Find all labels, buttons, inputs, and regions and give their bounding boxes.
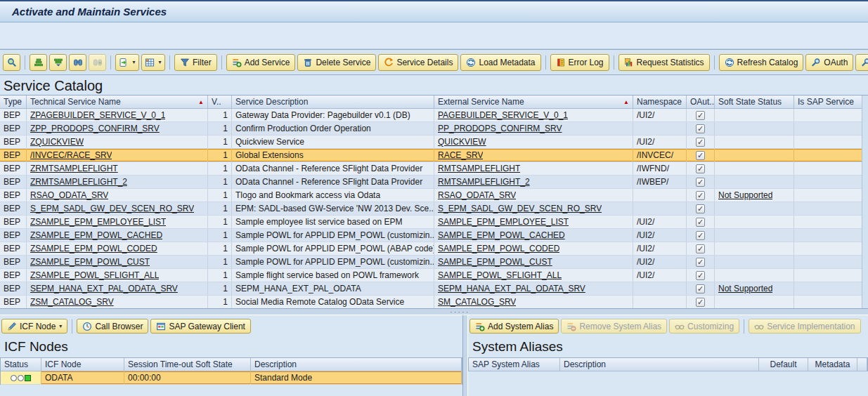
technical-service-name-link[interactable]: SEPM_HANA_EXT_PAL_ODATA_SRV [30, 284, 178, 293]
icf-column-header-session-time-out-soft-state[interactable]: Session Time-out Soft State [124, 358, 251, 371]
external-service-name-link[interactable]: SAMPLE_EPM_EMPLOYEE_LIST [438, 217, 569, 227]
external-service-name-link[interactable]: SM_CATALOG_SRV [438, 297, 516, 307]
oauth-checkbox[interactable]: ✓ [696, 164, 705, 173]
alias-column-header-description[interactable]: Description [560, 358, 759, 371]
display-magnifier-button[interactable] [3, 54, 20, 71]
table-row[interactable]: BEP/INVCEC/RACE_SRV1Global ExtensionsRAC… [0, 149, 868, 162]
table-row[interactable]: BEPZPAGEBUILDER_SERVICE_V_0_11Gateway Da… [0, 109, 868, 122]
alias-column-header-metadata[interactable]: Metadata [808, 358, 857, 371]
external-service-name-link[interactable]: PP_PRODOPS_CONFIRM_SRV [438, 124, 562, 133]
error-log-button[interactable]: Error Log [550, 54, 609, 71]
technical-service-name-link[interactable]: ZSAMPLE_EPM_POWL_CUST [30, 257, 150, 267]
technical-service-name-link[interactable]: ZSAMPLE_EPM_EMPLOYEE_LIST [30, 217, 166, 227]
column-header-v-[interactable]: V.. [208, 95, 232, 108]
technical-service-name-link[interactable]: ZPP_PRODOPS_CONFIRM_SRV [30, 124, 160, 133]
technical-service-name-link[interactable]: ZRMTSAMPLEFLIGHT_2 [30, 177, 127, 187]
request-statistics-button[interactable]: Request Statistics [618, 54, 710, 71]
external-service-name-link[interactable]: SEPM_HANA_EXT_PAL_ODATA_SRV [438, 284, 585, 293]
oauth-checkbox[interactable]: ✓ [696, 271, 705, 280]
table-row[interactable]: BEPRSAO_ODATA_SRV1Tlogo and Bookmark acc… [0, 189, 868, 202]
oauth-checkbox[interactable]: ✓ [696, 151, 705, 160]
technical-service-name-link[interactable]: ZSM_CATALOG_SRV [30, 297, 114, 307]
external-service-name-link[interactable]: RMTSAMPLEFLIGHT [438, 164, 520, 173]
technical-service-name-link[interactable]: ZQUICKVIEW [30, 137, 84, 147]
column-header-service-description[interactable]: Service Description [232, 95, 434, 108]
icf-column-header-status[interactable]: Status [1, 358, 41, 371]
table-row[interactable]: BEPZRMTSAMPLEFLIGHT_21OData Channel - Re… [0, 176, 868, 189]
vertical-splitter[interactable] [462, 315, 468, 396]
vertical-scrollbar[interactable] [862, 95, 868, 308]
column-header-external-service-name[interactable]: External Service Name▲ [434, 95, 633, 108]
table-row[interactable]: BEPZSM_CATALOG_SRV1Social Media Remote C… [0, 296, 868, 309]
technical-service-name-link[interactable]: ZSAMPLE_EPM_POWL_CACHED [30, 230, 162, 240]
filter-button[interactable]: Filter [174, 54, 217, 71]
external-service-name-link[interactable]: SAMPLE_EPM_POWL_CUST [438, 257, 552, 267]
oauth-checkbox[interactable]: ✓ [696, 284, 705, 293]
oauth-checkbox[interactable]: ✓ [696, 178, 705, 187]
external-service-name-link[interactable]: PAGEBUILDER_SERVICE_V_0_1 [438, 110, 568, 120]
refresh-catalog-button[interactable]: Refresh Catalog [719, 54, 804, 71]
technical-service-name-link[interactable]: ZSAMPLE_EPM_POWL_CODED [30, 244, 157, 253]
technical-service-name-link[interactable]: S_EPM_SADL_GW_DEV_SCEN_RO_SRV [30, 204, 194, 213]
table-row[interactable]: BEPZSAMPLE_POWL_SFLIGHT_ALL1Sample fligh… [0, 269, 868, 282]
icf-node-button[interactable]: ICF Node ▾ [1, 319, 67, 334]
customizing-button[interactable]: Customizing [669, 319, 739, 334]
oauth-checkbox[interactable]: ✓ [696, 218, 705, 227]
sap-gateway-client-button[interactable]: SAP Gateway Client [150, 319, 251, 334]
column-header-type[interactable]: Type [0, 95, 27, 108]
column-header-namespace[interactable]: Namespace [633, 95, 687, 108]
external-service-name-link[interactable]: RACE_SRV [438, 150, 483, 160]
export-button[interactable]: ▾ [115, 54, 139, 71]
icf-column-header-icf-node[interactable]: ICF Node [41, 358, 124, 371]
add-system-alias-button[interactable]: Add System Alias [469, 319, 559, 334]
external-service-name-link[interactable]: S_EPM_SADL_GW_DEV_SCEN_RO_SRV [438, 204, 602, 213]
service-details-button[interactable]: Service Details [378, 54, 458, 71]
oauth-checkbox[interactable]: ✓ [696, 124, 705, 133]
technical-service-name-link[interactable]: /INVCEC/RACE_SRV [30, 150, 112, 160]
call-browser-button[interactable]: Call Browser [77, 319, 148, 334]
table-row[interactable]: BEPZQUICKVIEW1Quickview ServiceQUICKVIEW… [0, 136, 868, 149]
table-row[interactable]: BEPS_EPM_SADL_GW_DEV_SCEN_RO_SRV1EPM: SA… [0, 202, 868, 216]
oauth-checkbox[interactable]: ✓ [696, 191, 705, 200]
find-next-button[interactable] [89, 54, 106, 71]
oauth-checkbox[interactable]: ✓ [696, 231, 705, 240]
external-service-name-link[interactable]: SAMPLE_POWL_SFLIGHT_ALL [438, 270, 562, 280]
remove-system-alias-button[interactable]: Remove System Alias [561, 319, 667, 334]
add-service-button[interactable]: Add Service [226, 54, 296, 71]
icf-column-header-description[interactable]: Description [251, 358, 462, 371]
soft-state-status-link[interactable]: Not Supported [718, 284, 772, 293]
service-implementation-button[interactable]: Service Implementation [749, 319, 860, 334]
external-service-name-link[interactable]: SAMPLE_EPM_POWL_CACHED [438, 230, 565, 240]
sort-ascending-button[interactable] [30, 54, 47, 71]
oauth-checkbox[interactable]: ✓ [696, 138, 705, 147]
horizontal-splitter[interactable]: ····· [0, 308, 868, 315]
external-service-name-link[interactable]: RSAO_ODATA_SRV [438, 190, 516, 200]
oauth-checkbox[interactable]: ✓ [696, 258, 705, 267]
table-row[interactable]: BEPZSAMPLE_EPM_EMPLOYEE_LIST1Sample empl… [0, 216, 868, 229]
external-service-name-link[interactable]: QUICKVIEW [438, 137, 486, 147]
find-button[interactable] [69, 54, 86, 71]
oauth-button[interactable]: OAuth [805, 54, 853, 71]
choose-layout-button[interactable]: ▾ [141, 54, 165, 71]
table-row[interactable]: BEPZSAMPLE_EPM_POWL_CACHED1Sample POWL f… [0, 229, 868, 242]
table-row[interactable]: BEPZRMTSAMPLEFLIGHT1OData Channel - Refe… [0, 162, 868, 176]
column-header-is-sap-service[interactable]: Is SAP Service [794, 95, 868, 108]
column-header-technical-service-name[interactable]: Technical Service Name▲ [27, 95, 208, 108]
column-header-soft-state-status[interactable]: Soft State Status [715, 95, 794, 108]
table-row[interactable]: BEPZSAMPLE_EPM_POWL_CUST1Sample POWL for… [0, 256, 868, 269]
oauth-checkbox[interactable]: ✓ [696, 298, 705, 307]
technical-service-name-link[interactable]: ZRMTSAMPLEFLIGHT [30, 164, 118, 173]
table-row[interactable]: BEPZSAMPLE_EPM_POWL_CODED1Sample POWL fo… [0, 242, 868, 256]
technical-service-name-link[interactable]: ZSAMPLE_POWL_SFLIGHT_ALL [30, 270, 159, 280]
soft-state-button[interactable]: Soft State [855, 54, 868, 71]
alias-column-header-default[interactable]: Default [759, 358, 808, 371]
technical-service-name-link[interactable]: RSAO_ODATA_SRV [30, 190, 108, 200]
external-service-name-link[interactable]: SAMPLE_EPM_POWL_CODED [438, 244, 559, 253]
table-row[interactable]: BEPZPP_PRODOPS_CONFIRM_SRV1Confirm Produ… [0, 122, 868, 136]
technical-service-name-link[interactable]: ZPAGEBUILDER_SERVICE_V_0_1 [30, 110, 165, 120]
external-service-name-link[interactable]: RMTSAMPLEFLIGHT_2 [438, 177, 530, 187]
icf-table-row[interactable]: ODATA00:00:00Standard Mode [1, 371, 462, 385]
delete-service-button[interactable]: Delete Service [297, 54, 376, 71]
oauth-checkbox[interactable]: ✓ [696, 204, 705, 213]
table-row[interactable]: BEPSEPM_HANA_EXT_PAL_ODATA_SRV1SEPM_HANA… [0, 282, 868, 296]
